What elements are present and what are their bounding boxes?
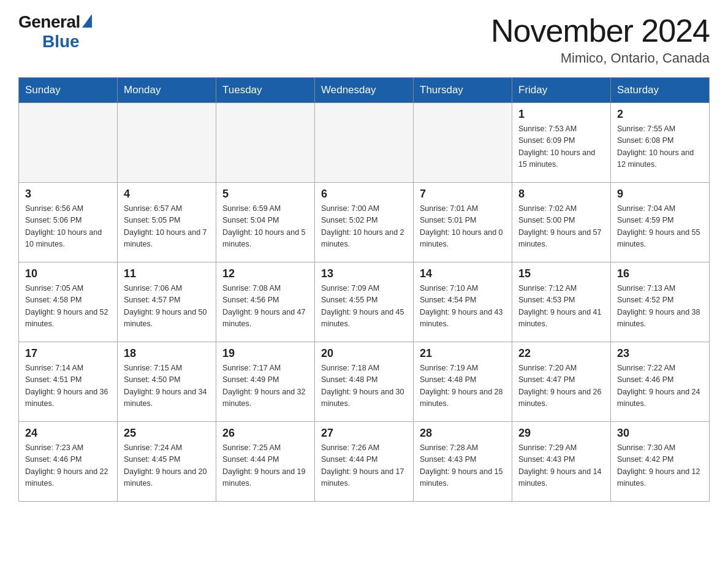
calendar-cell: 9Sunrise: 7:04 AMSunset: 4:59 PMDaylight…	[611, 183, 710, 262]
day-info: Sunrise: 7:22 AMSunset: 4:46 PMDaylight:…	[617, 362, 703, 410]
calendar-cell: 17Sunrise: 7:14 AMSunset: 4:51 PMDayligh…	[19, 342, 118, 422]
day-number: 24	[25, 427, 111, 440]
day-number: 7	[420, 188, 506, 201]
day-number: 17	[25, 347, 111, 360]
day-info: Sunrise: 7:06 AMSunset: 4:57 PMDaylight:…	[124, 283, 210, 331]
calendar-cell: 26Sunrise: 7:25 AMSunset: 4:44 PMDayligh…	[216, 422, 315, 502]
day-info: Sunrise: 7:55 AMSunset: 6:08 PMDaylight:…	[617, 123, 703, 171]
calendar-cell: 14Sunrise: 7:10 AMSunset: 4:54 PMDayligh…	[414, 262, 512, 342]
day-number: 12	[222, 267, 308, 280]
calendar-cell: 22Sunrise: 7:20 AMSunset: 4:47 PMDayligh…	[512, 342, 611, 422]
calendar-cell: 29Sunrise: 7:29 AMSunset: 4:43 PMDayligh…	[512, 422, 611, 502]
day-info: Sunrise: 7:23 AMSunset: 4:46 PMDaylight:…	[25, 442, 111, 490]
day-number: 9	[617, 188, 703, 201]
day-number: 26	[222, 427, 308, 440]
calendar-cell	[414, 103, 512, 183]
day-number: 5	[222, 188, 308, 201]
day-number: 10	[25, 267, 111, 280]
logo: General Blue	[18, 12, 92, 52]
calendar-cell: 15Sunrise: 7:12 AMSunset: 4:53 PMDayligh…	[512, 262, 611, 342]
day-number: 1	[518, 108, 604, 121]
day-info: Sunrise: 7:53 AMSunset: 6:09 PMDaylight:…	[518, 123, 604, 171]
day-info: Sunrise: 7:18 AMSunset: 4:48 PMDaylight:…	[321, 362, 407, 410]
calendar-cell	[118, 103, 216, 183]
day-info: Sunrise: 6:56 AMSunset: 5:06 PMDaylight:…	[25, 203, 111, 251]
weekday-header: Monday	[118, 78, 216, 103]
day-info: Sunrise: 7:20 AMSunset: 4:47 PMDaylight:…	[518, 362, 604, 410]
day-number: 23	[617, 347, 703, 360]
day-number: 6	[321, 188, 407, 201]
day-info: Sunrise: 7:12 AMSunset: 4:53 PMDaylight:…	[518, 283, 604, 331]
calendar-cell: 30Sunrise: 7:30 AMSunset: 4:42 PMDayligh…	[611, 422, 710, 502]
day-number: 25	[124, 427, 210, 440]
day-info: Sunrise: 6:57 AMSunset: 5:05 PMDaylight:…	[124, 203, 210, 251]
day-number: 18	[124, 347, 210, 360]
day-info: Sunrise: 7:09 AMSunset: 4:55 PMDaylight:…	[321, 283, 407, 331]
day-number: 4	[124, 188, 210, 201]
day-number: 16	[617, 267, 703, 280]
weekday-header: Saturday	[611, 78, 710, 103]
calendar-cell: 2Sunrise: 7:55 AMSunset: 6:08 PMDaylight…	[611, 103, 710, 183]
day-number: 28	[420, 427, 506, 440]
title-area: November 2024 Mimico, Ontario, Canada	[491, 12, 710, 66]
day-number: 15	[518, 267, 604, 280]
day-number: 29	[518, 427, 604, 440]
day-info: Sunrise: 7:29 AMSunset: 4:43 PMDaylight:…	[518, 442, 604, 490]
calendar-cell: 8Sunrise: 7:02 AMSunset: 5:00 PMDaylight…	[512, 183, 611, 262]
day-info: Sunrise: 7:13 AMSunset: 4:52 PMDaylight:…	[617, 283, 703, 331]
calendar-cell	[19, 103, 118, 183]
calendar-cell: 6Sunrise: 7:00 AMSunset: 5:02 PMDaylight…	[315, 183, 414, 262]
calendar-cell: 11Sunrise: 7:06 AMSunset: 4:57 PMDayligh…	[118, 262, 216, 342]
day-number: 22	[518, 347, 604, 360]
day-number: 2	[617, 108, 703, 121]
calendar-cell: 20Sunrise: 7:18 AMSunset: 4:48 PMDayligh…	[315, 342, 414, 422]
day-info: Sunrise: 7:15 AMSunset: 4:50 PMDaylight:…	[124, 362, 210, 410]
month-title: November 2024	[491, 12, 710, 49]
calendar-cell: 7Sunrise: 7:01 AMSunset: 5:01 PMDaylight…	[414, 183, 512, 262]
logo-top: General	[18, 12, 92, 32]
day-number: 20	[321, 347, 407, 360]
logo-bottom-row: Blue	[18, 32, 80, 52]
calendar-cell: 18Sunrise: 7:15 AMSunset: 4:50 PMDayligh…	[118, 342, 216, 422]
day-info: Sunrise: 7:24 AMSunset: 4:45 PMDaylight:…	[124, 442, 210, 490]
day-number: 19	[222, 347, 308, 360]
weekday-header: Thursday	[414, 78, 512, 103]
day-number: 8	[518, 188, 604, 201]
day-number: 11	[124, 267, 210, 280]
page-header: General Blue November 2024 Mimico, Ontar…	[18, 12, 710, 66]
logo-blue-text: Blue	[42, 32, 80, 52]
calendar-cell: 10Sunrise: 7:05 AMSunset: 4:58 PMDayligh…	[19, 262, 118, 342]
calendar-cell: 23Sunrise: 7:22 AMSunset: 4:46 PMDayligh…	[611, 342, 710, 422]
day-info: Sunrise: 7:28 AMSunset: 4:43 PMDaylight:…	[420, 442, 506, 490]
day-number: 14	[420, 267, 506, 280]
day-number: 27	[321, 427, 407, 440]
calendar-cell: 1Sunrise: 7:53 AMSunset: 6:09 PMDaylight…	[512, 103, 611, 183]
day-info: Sunrise: 7:00 AMSunset: 5:02 PMDaylight:…	[321, 203, 407, 251]
calendar-cell: 16Sunrise: 7:13 AMSunset: 4:52 PMDayligh…	[611, 262, 710, 342]
day-info: Sunrise: 7:05 AMSunset: 4:58 PMDaylight:…	[25, 283, 111, 331]
calendar-cell	[315, 103, 414, 183]
day-info: Sunrise: 6:59 AMSunset: 5:04 PMDaylight:…	[222, 203, 308, 251]
logo-triangle-icon	[82, 14, 92, 28]
day-info: Sunrise: 7:01 AMSunset: 5:01 PMDaylight:…	[420, 203, 506, 251]
day-info: Sunrise: 7:02 AMSunset: 5:00 PMDaylight:…	[518, 203, 604, 251]
location-title: Mimico, Ontario, Canada	[491, 50, 710, 66]
day-info: Sunrise: 7:26 AMSunset: 4:44 PMDaylight:…	[321, 442, 407, 490]
day-info: Sunrise: 7:17 AMSunset: 4:49 PMDaylight:…	[222, 362, 308, 410]
weekday-header: Tuesday	[216, 78, 315, 103]
day-info: Sunrise: 7:10 AMSunset: 4:54 PMDaylight:…	[420, 283, 506, 331]
day-info: Sunrise: 7:25 AMSunset: 4:44 PMDaylight:…	[222, 442, 308, 490]
day-number: 3	[25, 188, 111, 201]
day-number: 13	[321, 267, 407, 280]
calendar-cell	[216, 103, 315, 183]
day-info: Sunrise: 7:14 AMSunset: 4:51 PMDaylight:…	[25, 362, 111, 410]
day-info: Sunrise: 7:04 AMSunset: 4:59 PMDaylight:…	[617, 203, 703, 251]
logo-spacer	[18, 32, 42, 52]
calendar-cell: 27Sunrise: 7:26 AMSunset: 4:44 PMDayligh…	[315, 422, 414, 502]
calendar-cell: 25Sunrise: 7:24 AMSunset: 4:45 PMDayligh…	[118, 422, 216, 502]
calendar-cell: 12Sunrise: 7:08 AMSunset: 4:56 PMDayligh…	[216, 262, 315, 342]
calendar-cell: 4Sunrise: 6:57 AMSunset: 5:05 PMDaylight…	[118, 183, 216, 262]
day-number: 21	[420, 347, 506, 360]
day-info: Sunrise: 7:08 AMSunset: 4:56 PMDaylight:…	[222, 283, 308, 331]
calendar-cell: 3Sunrise: 6:56 AMSunset: 5:06 PMDaylight…	[19, 183, 118, 262]
